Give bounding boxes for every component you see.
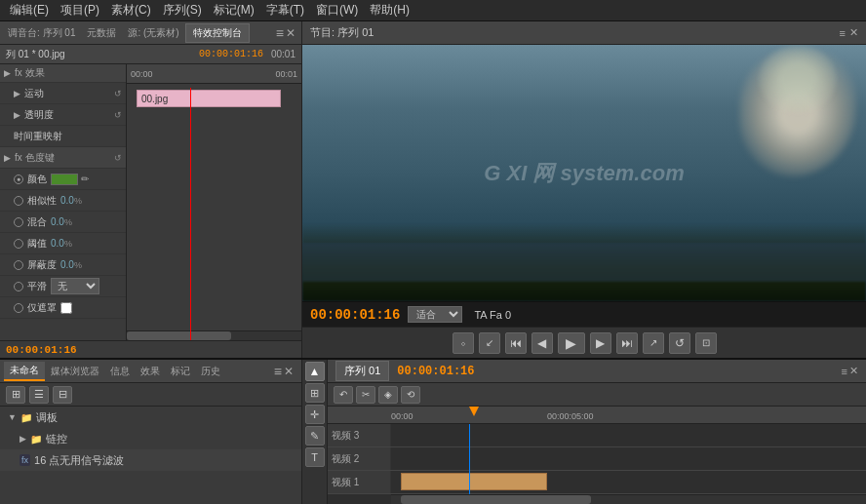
motion-expand-icon: ▶ — [14, 89, 20, 98]
transport-safe-btn[interactable]: ⊡ — [695, 332, 717, 354]
transport-in-btn[interactable]: ↙ — [479, 332, 500, 354]
seq-menu-icon[interactable]: ≡ — [842, 366, 847, 377]
project-sub-item[interactable]: ▶ 📁 链控 — [0, 428, 301, 449]
transport-play-btn[interactable]: ▶ — [558, 332, 585, 354]
time-end-indicator: 00:01 — [271, 49, 295, 59]
seq-btn-razor[interactable]: ✂ — [356, 386, 375, 404]
similarity-value[interactable]: 0.0 — [60, 195, 74, 206]
tab-mixer[interactable]: 调音台: 序列 01 — [2, 24, 81, 42]
tool-select[interactable]: ▲ — [305, 362, 325, 381]
effect-clip-block[interactable]: 00.jpg — [137, 90, 281, 107]
tool-pen[interactable]: ✎ — [305, 426, 325, 446]
project-folder-item[interactable]: ▼ 📁 调板 — [0, 407, 301, 428]
btm-tab-info[interactable]: 信息 — [105, 363, 135, 380]
menu-item-project[interactable]: 项目(P) — [55, 0, 105, 20]
thresh-circle-icon — [14, 239, 23, 249]
btm-tab-effects[interactable]: 效果 — [136, 363, 165, 380]
btm-tab-markers[interactable]: 标记 — [166, 363, 195, 380]
filter-item[interactable]: fx 16 点无用信号滤波 — [0, 449, 301, 471]
btm-panel-menu[interactable]: ≡ — [274, 364, 282, 379]
folder-label: 调板 — [36, 410, 58, 425]
chromakey-section-header[interactable]: ▶ fx 色度键 ↺ — [0, 147, 126, 169]
blend-value[interactable]: 0.0 — [51, 216, 64, 227]
track-v2-label: 视频 2 — [328, 447, 391, 470]
menu-item-title[interactable]: 字幕(T) — [260, 0, 310, 20]
motion-item[interactable]: ▶ 运动 ↺ — [0, 83, 126, 104]
threshold-unit: % — [64, 239, 72, 249]
menu-item-window[interactable]: 窗口(W) — [310, 0, 364, 20]
ruler-end-label: 00:00:05:00 — [547, 411, 594, 421]
sim-circle-icon — [14, 196, 23, 206]
chroma-reset-icon[interactable]: ↺ — [114, 153, 122, 163]
timeremap-label: 时间重映射 — [14, 130, 62, 143]
track-v3-label: 视频 3 — [328, 424, 391, 446]
smooth-dropdown[interactable]: 无 低 高 — [51, 278, 99, 294]
menu-item-sequence[interactable]: 序列(S) — [157, 0, 208, 20]
project-grid-btn[interactable]: ⊞ — [6, 386, 25, 404]
btm-tab-project[interactable]: 未命名 — [4, 362, 45, 381]
transport-prev-frame-btn[interactable]: ◀ — [531, 332, 553, 354]
fit-select[interactable]: 适合 100% 50% 25% — [408, 306, 462, 323]
cutoff-label: 屏蔽度 — [27, 258, 57, 272]
tool-up-arrow[interactable]: ⊞ — [305, 383, 325, 403]
track-v3-content[interactable] — [391, 424, 866, 446]
similarity-param-item: 相似性 0.0 % — [0, 190, 126, 212]
threshold-value[interactable]: 0.0 — [51, 238, 64, 249]
sub-arrow-icon: ▶ — [20, 434, 26, 444]
sequence-timeline: 00:00 00:00:05:00 视频 3 视频 2 — [328, 407, 866, 504]
menu-item-help[interactable]: 帮助(H) — [364, 0, 415, 20]
cutoff-value[interactable]: 0.0 — [60, 259, 74, 270]
folder-arrow-icon: ▼ — [8, 412, 17, 422]
preview-menu-icon[interactable]: ≡ — [840, 27, 846, 39]
color-swatch[interactable] — [51, 174, 78, 185]
opacity-reset-icon[interactable]: ↺ — [114, 110, 122, 120]
sub-icon: 📁 — [30, 434, 42, 445]
seq-btn-snap[interactable]: ↶ — [334, 386, 353, 404]
tab-metadata[interactable]: 元数据 — [81, 24, 122, 42]
transport-next-frame-btn[interactable]: ▶ — [590, 332, 611, 354]
preview-display: G XI 网 system.com — [302, 45, 866, 301]
timeremap-item[interactable]: 时间重映射 — [0, 126, 126, 147]
blend-label: 混合 — [27, 215, 47, 229]
transport-controls: ⬦ ↙ ⏮ ◀ ▶ ▶ ⏭ ↗ ↺ ⊡ — [302, 327, 866, 358]
transport-marker-btn[interactable]: ⬦ — [453, 332, 474, 354]
panel-menu-icon[interactable]: ≡ — [276, 25, 284, 41]
preview-close-icon[interactable]: ✕ — [849, 26, 858, 39]
menu-item-clip[interactable]: 素材(C) — [105, 0, 157, 20]
transport-step-forward-btn[interactable]: ⏭ — [616, 332, 638, 354]
tool-type[interactable]: T — [305, 447, 325, 467]
menu-item-marker[interactable]: 标记(M) — [208, 0, 260, 20]
seq-clip-block[interactable] — [401, 473, 547, 490]
btm-panel-close[interactable]: ✕ — [284, 365, 294, 378]
chroma-section-label: fx 色度键 — [15, 151, 55, 165]
project-new-btn[interactable]: ⊟ — [53, 386, 72, 404]
blend-circle-icon — [14, 217, 23, 227]
seq-btn-mark[interactable]: ◈ — [378, 386, 398, 404]
maskonly-checkbox[interactable] — [60, 302, 72, 314]
panel-close-icon[interactable]: ✕ — [286, 26, 295, 40]
motion-reset-icon[interactable]: ↺ — [114, 89, 122, 98]
opacity-expand-icon: ▶ — [14, 110, 20, 120]
seq-close-icon[interactable]: ✕ — [849, 365, 858, 377]
track-video2: 视频 2 — [328, 447, 866, 471]
transport-step-back-btn[interactable]: ⏮ — [505, 332, 527, 354]
opacity-item[interactable]: ▶ 透明度 ↺ — [0, 104, 126, 126]
fx-section-header[interactable]: ▶ fx 效果 — [0, 64, 126, 83]
track-v1-content[interactable] — [391, 471, 866, 493]
tab-source[interactable]: 源: (无素材) — [122, 24, 184, 42]
opacity-label: 透明度 — [24, 108, 54, 122]
tool-cross-arrow[interactable]: ✛ — [305, 405, 325, 424]
track-v2-content[interactable] — [391, 447, 866, 470]
menu-item-edit[interactable]: 编辑(E) — [4, 0, 55, 20]
project-list-btn[interactable]: ☰ — [29, 386, 49, 404]
seq-playhead-marker[interactable] — [469, 407, 479, 416]
btm-tab-history[interactable]: 历史 — [196, 363, 225, 380]
tab-effect-controls[interactable]: 特效控制台 — [185, 23, 250, 43]
transport-out-btn[interactable]: ↗ — [643, 332, 664, 354]
color-edit-icon[interactable]: ✏ — [81, 174, 89, 184]
transport-loop-btn[interactable]: ↺ — [669, 332, 690, 354]
btm-tab-media[interactable]: 媒体浏览器 — [46, 363, 104, 380]
maskonly-label: 仅遮罩 — [27, 301, 57, 315]
seq-btn-lift[interactable]: ⟲ — [401, 386, 420, 404]
seq-tab[interactable]: 序列 01 — [335, 361, 389, 381]
